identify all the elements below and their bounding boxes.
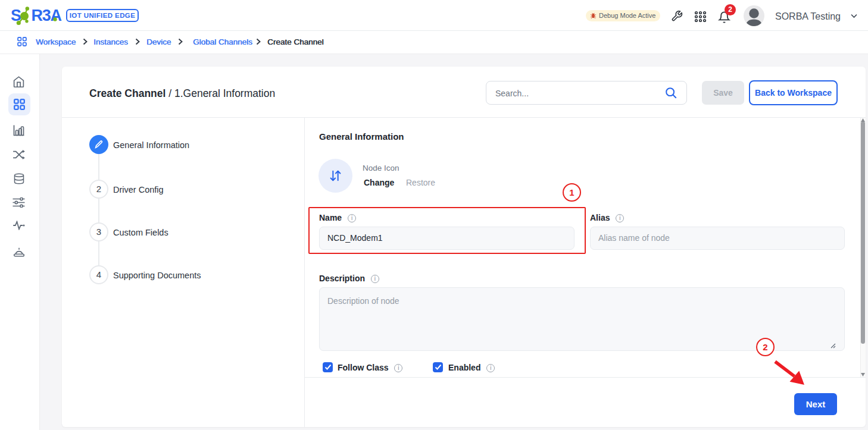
svg-text:R3A: R3A [32, 7, 62, 24]
